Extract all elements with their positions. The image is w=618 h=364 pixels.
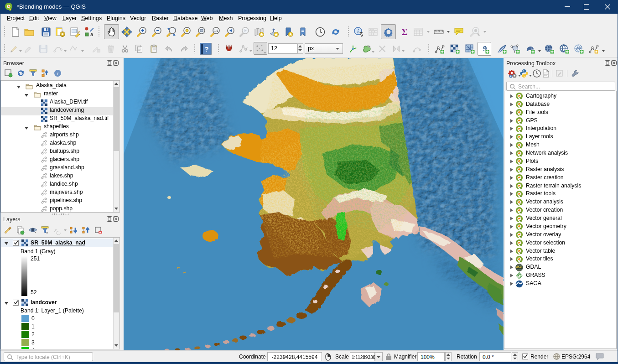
svg-text:Σ: Σ	[401, 27, 407, 37]
svg-text:a: a	[90, 31, 93, 37]
svg-text:GDAL: GDAL	[516, 266, 522, 269]
svg-text:?: ?	[204, 45, 208, 53]
svg-text:i: i	[57, 71, 58, 76]
svg-text:1:1: 1:1	[214, 29, 218, 32]
